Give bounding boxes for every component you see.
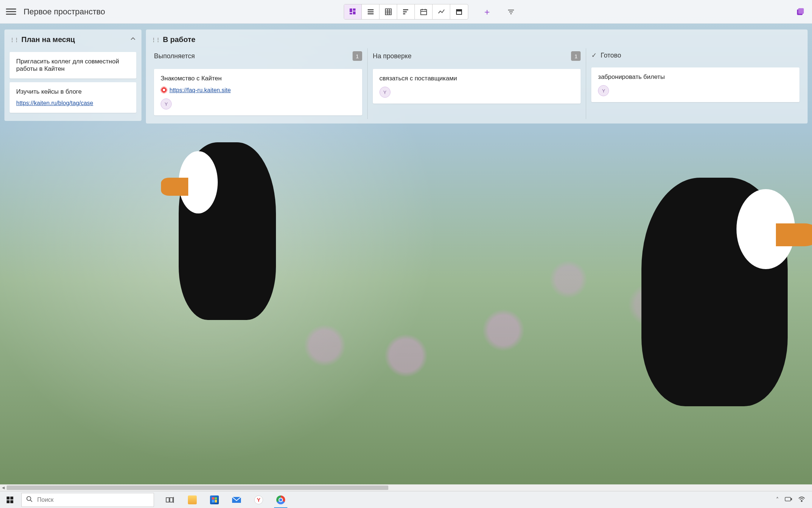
svg-line-28: [31, 500, 32, 502]
gantt-icon: [402, 8, 410, 15]
card-title: Знакомство с Кайтен: [161, 75, 356, 82]
svg-rect-6: [368, 13, 374, 14]
svg-rect-24: [510, 13, 512, 14]
svg-rect-13: [403, 11, 407, 12]
scroll-left-icon[interactable]: ◄: [1, 485, 6, 490]
view-list-button[interactable]: [362, 4, 379, 19]
svg-rect-0: [350, 8, 352, 12]
card[interactable]: забронировать билеты Y: [591, 67, 799, 102]
taskbar-search-input[interactable]: [37, 497, 149, 503]
svg-rect-33: [785, 497, 791, 501]
column-name: Готово: [601, 52, 621, 59]
battery-icon[interactable]: [785, 497, 792, 503]
view-switcher: [344, 4, 468, 20]
menu-button[interactable]: [6, 7, 16, 17]
svg-point-27: [27, 497, 31, 501]
avatar[interactable]: Y: [161, 98, 172, 109]
task-view-button[interactable]: [164, 494, 176, 506]
store-icon: [210, 495, 219, 504]
card[interactable]: связаться с поставщиками Y: [373, 69, 581, 104]
list-icon: [367, 8, 374, 15]
mail-button[interactable]: [231, 494, 242, 506]
avatar[interactable]: Y: [379, 87, 391, 98]
app-toolbar: Первое пространство ＋: [0, 0, 812, 24]
svg-point-35: [801, 500, 802, 501]
board-work-title: В работе: [163, 35, 195, 44]
tray-expand-icon[interactable]: ˄: [776, 496, 779, 503]
view-table-button[interactable]: [379, 4, 397, 19]
chrome-button[interactable]: [275, 494, 287, 506]
svg-rect-34: [791, 498, 792, 500]
svg-rect-1: [353, 8, 356, 11]
plus-icon: ＋: [483, 7, 491, 16]
svg-rect-29: [166, 498, 169, 502]
drag-handle-icon[interactable]: ⋮⋮: [10, 37, 18, 43]
chrome-icon: [276, 495, 285, 504]
card[interactable]: Пригласить коллег для совместной работы …: [10, 52, 136, 79]
card-link[interactable]: https://faq-ru.kaiten.site: [161, 87, 231, 94]
svg-rect-22: [508, 10, 514, 11]
file-explorer-button[interactable]: [186, 494, 198, 506]
filter-icon: [507, 8, 515, 15]
scrollbar-thumb[interactable]: [7, 486, 388, 490]
card-title: Изучить кейсы в блоге: [16, 88, 130, 95]
svg-rect-3: [350, 13, 352, 14]
view-gantt-button[interactable]: [397, 4, 415, 19]
svg-rect-26: [798, 8, 804, 14]
table-icon: [385, 8, 392, 15]
card[interactable]: Изучить кейсы в блоге https://kaiten.ru/…: [10, 82, 136, 113]
svg-rect-4: [368, 9, 374, 10]
windows-taskbar: Y ˄: [0, 491, 812, 508]
system-tray: ˄: [776, 496, 812, 504]
board-icon: [349, 8, 357, 15]
wifi-icon[interactable]: [798, 496, 805, 504]
column-header[interactable]: ✓ Готово: [589, 48, 802, 64]
svg-marker-21: [458, 12, 460, 13]
column-done: ✓ Готово забронировать билеты Y: [586, 48, 805, 119]
board-plan: ⋮⋮ План на месяц Пригласить коллег для с…: [4, 29, 141, 121]
column-name: На проверке: [373, 52, 412, 60]
space-title: Первое пространство: [24, 7, 105, 17]
add-button[interactable]: ＋: [480, 4, 494, 19]
horizontal-scrollbar[interactable]: ◄: [0, 484, 812, 491]
task-view-icon: [166, 496, 175, 504]
filter-button[interactable]: [504, 4, 518, 19]
svg-rect-15: [421, 10, 427, 15]
column-in-progress: Выполняется 1 Знакомство с Кайтен https:…: [149, 48, 368, 119]
whats-new-button[interactable]: [794, 6, 806, 18]
column-name: Выполняется: [154, 52, 195, 60]
taskbar-search[interactable]: [21, 493, 154, 507]
search-icon: [26, 496, 33, 504]
svg-rect-14: [403, 13, 405, 14]
svg-rect-5: [368, 11, 374, 12]
archive-icon: [455, 8, 463, 15]
collapse-icon[interactable]: [130, 35, 136, 44]
view-archive-button[interactable]: [450, 4, 468, 19]
mail-icon: [232, 496, 241, 504]
column-header[interactable]: Выполняется 1: [152, 48, 364, 65]
start-button[interactable]: [0, 491, 20, 508]
board-plan-title: План на месяц: [21, 35, 75, 44]
card[interactable]: Знакомство с Кайтен https://faq-ru.kaite…: [154, 69, 362, 115]
column-header[interactable]: На проверке 1: [371, 48, 583, 65]
calendar-icon: [420, 8, 427, 15]
view-board-button[interactable]: [344, 4, 362, 19]
chart-icon: [438, 8, 445, 15]
ms-store-button[interactable]: [209, 494, 220, 506]
board-plan-header[interactable]: ⋮⋮ План на месяц: [7, 33, 139, 48]
card-title: связаться с поставщиками: [379, 75, 574, 82]
check-icon: ✓: [591, 51, 597, 59]
card-link[interactable]: https://kaiten.ru/blog/tag/case: [16, 100, 93, 107]
drag-handle-icon[interactable]: ⋮⋮: [151, 37, 160, 43]
board-work-header[interactable]: ⋮⋮ В работе: [149, 33, 805, 48]
view-chart-button[interactable]: [433, 4, 450, 19]
column-count: 1: [571, 51, 581, 61]
avatar[interactable]: Y: [598, 85, 609, 96]
card-title: забронировать билеты: [598, 73, 793, 81]
windows-icon: [7, 497, 13, 503]
column-count: 1: [353, 51, 362, 61]
columns: Выполняется 1 Знакомство с Кайтен https:…: [149, 48, 805, 119]
view-calendar-button[interactable]: [415, 4, 433, 19]
yandex-browser-button[interactable]: Y: [253, 494, 265, 506]
yandex-icon: Y: [254, 495, 263, 504]
